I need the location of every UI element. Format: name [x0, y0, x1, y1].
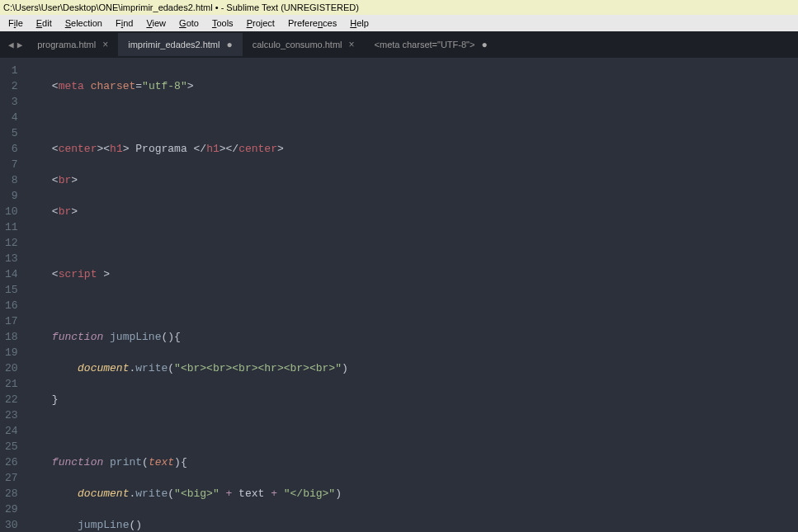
line-number[interactable]: 13: [5, 251, 18, 266]
code-area[interactable]: <meta charset="utf-8"> <center><h1> Prog…: [26, 58, 798, 532]
line-number[interactable]: 4: [5, 110, 18, 125]
title-text: C:\Users\User\Desktop\ONE\imprimir_edade…: [3, 2, 359, 12]
line-number[interactable]: 27: [5, 470, 18, 486]
menu-file[interactable]: File: [2, 16, 30, 30]
tab-nav: ◀ ▶: [3, 40, 27, 50]
line-number[interactable]: 26: [5, 454, 18, 470]
line-number[interactable]: 5: [5, 125, 18, 141]
line-number[interactable]: 15: [5, 282, 18, 298]
line-number[interactable]: 17: [5, 313, 18, 329]
tab-bar: ◀ ▶ programa.html × imprimir_edades2.htm…: [0, 31, 798, 58]
line-number[interactable]: 21: [5, 376, 18, 392]
menu-edit[interactable]: Edit: [30, 16, 59, 30]
line-number[interactable]: 23: [5, 407, 18, 423]
line-number[interactable]: 11: [5, 219, 18, 235]
line-number[interactable]: 25: [5, 439, 18, 454]
line-number[interactable]: 30: [5, 517, 18, 532]
title-bar: C:\Users\User\Desktop\ONE\imprimir_edade…: [0, 0, 798, 15]
line-gutter: 1 2 3 4 5 6 7 8 9 10 11 12 13 14 15 16 1…: [0, 58, 26, 532]
menu-find[interactable]: Find: [109, 16, 139, 30]
line-number[interactable]: 8: [5, 172, 18, 188]
menu-preferences[interactable]: Preferences: [281, 16, 343, 30]
menu-bar: File Edit Selection Find View Goto Tools…: [0, 15, 798, 31]
tab-meta-charset[interactable]: <meta charset="UTF-8"> ●: [365, 33, 498, 56]
close-icon[interactable]: ×: [349, 39, 355, 50]
line-number[interactable]: 22: [5, 392, 18, 407]
tab-imprimir-edades2[interactable]: imprimir_edades2.html ●: [118, 33, 243, 56]
unsaved-icon[interactable]: ●: [481, 39, 487, 50]
menu-goto[interactable]: Goto: [172, 16, 205, 30]
tab-nav-forward[interactable]: ▶: [17, 40, 23, 50]
menu-selection[interactable]: Selection: [59, 16, 109, 30]
line-number[interactable]: 29: [5, 501, 18, 517]
line-number[interactable]: 7: [5, 157, 18, 172]
line-number[interactable]: 1: [5, 63, 18, 78]
line-number[interactable]: 12: [5, 235, 18, 251]
tab-programa[interactable]: programa.html ×: [27, 33, 118, 56]
editor: 1 2 3 4 5 6 7 8 9 10 11 12 13 14 15 16 1…: [0, 58, 798, 532]
tab-label: <meta charset="UTF-8">: [375, 40, 475, 49]
line-number[interactable]: 14: [5, 266, 18, 282]
tab-nav-back[interactable]: ◀: [8, 40, 14, 50]
menu-view[interactable]: View: [139, 16, 172, 30]
tab-label: imprimir_edades2.html: [128, 40, 220, 49]
line-number[interactable]: 6: [5, 141, 18, 157]
line-number[interactable]: 24: [5, 423, 18, 439]
line-number[interactable]: 10: [5, 204, 18, 219]
tab-calculo-consumo[interactable]: calculo_consumo.html ×: [243, 33, 365, 56]
close-icon[interactable]: ×: [102, 39, 108, 50]
line-number[interactable]: 16: [5, 298, 18, 313]
line-number[interactable]: 18: [5, 329, 18, 345]
line-number[interactable]: 20: [5, 360, 18, 376]
line-number[interactable]: 28: [5, 486, 18, 501]
tab-label: programa.html: [37, 40, 96, 49]
line-number[interactable]: 2: [5, 78, 18, 94]
unsaved-icon[interactable]: ●: [226, 39, 232, 50]
menu-project[interactable]: Project: [240, 16, 281, 30]
menu-tools[interactable]: Tools: [205, 16, 240, 30]
line-number[interactable]: 3: [5, 94, 18, 110]
tab-label: calculo_consumo.html: [253, 40, 342, 49]
line-number[interactable]: 19: [5, 345, 18, 360]
line-number[interactable]: 9: [5, 188, 18, 204]
menu-help[interactable]: Help: [343, 16, 375, 30]
